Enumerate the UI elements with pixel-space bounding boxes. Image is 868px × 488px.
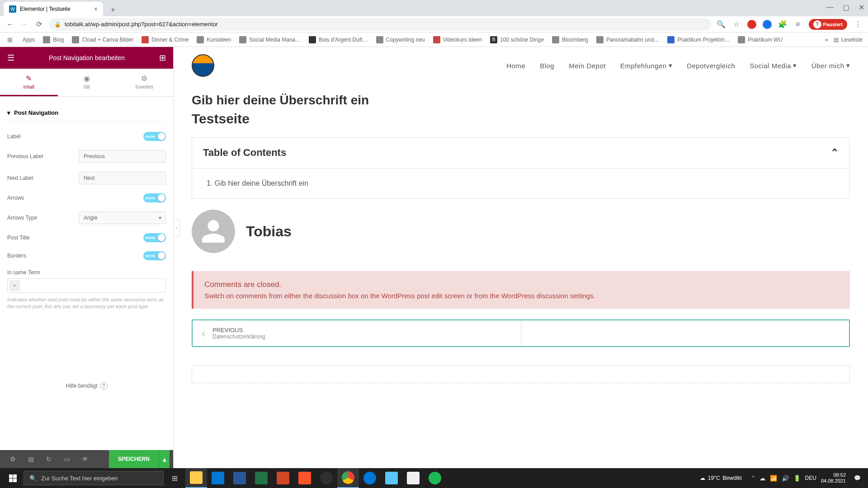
weather-widget[interactable]: ☁ 19°C Bewölkt: [700, 475, 742, 481]
navigator-icon[interactable]: ▤: [22, 450, 40, 468]
same-term-input[interactable]: +: [7, 278, 166, 293]
bookmark-item[interactable]: Praktikum WU: [738, 36, 783, 43]
tray-chevron-up-icon[interactable]: ˄: [752, 475, 755, 482]
new-tab-button[interactable]: +: [107, 4, 119, 16]
heading-widget[interactable]: Gib hier deine Überschrift ein: [192, 93, 850, 108]
start-button[interactable]: [2, 468, 24, 488]
extension-icon[interactable]: [763, 20, 772, 29]
apps-grid-icon[interactable]: ⊞: [5, 35, 14, 44]
nav-item-social[interactable]: Social Media ▾: [750, 61, 797, 70]
borders-toggle[interactable]: SHOW: [143, 251, 166, 260]
post-title-toggle[interactable]: SHOW: [143, 233, 166, 242]
nav-item-home[interactable]: Home: [506, 61, 525, 70]
tab-advanced[interactable]: ⚙ Erweitert: [115, 69, 173, 96]
bookmark-item[interactable]: Bois d'Argent Duft…: [309, 36, 368, 43]
empty-section-placeholder[interactable]: [192, 365, 850, 383]
previous-label-input[interactable]: [79, 150, 166, 163]
volume-icon[interactable]: 🔊: [782, 475, 789, 482]
taskbar-app-edge[interactable]: [359, 468, 381, 488]
bookmark-item[interactable]: Kursideen: [197, 36, 231, 43]
save-options-button[interactable]: ▴: [159, 450, 170, 468]
nav-item-depotvergleich[interactable]: Depotvergleich: [687, 61, 735, 70]
close-window-icon[interactable]: ✕: [859, 3, 864, 12]
next-label-input[interactable]: [79, 172, 166, 184]
tab-content[interactable]: ✎ Inhalt: [0, 69, 58, 96]
browser-tab[interactable]: W Elementor | Testseite ×: [4, 2, 103, 16]
bookmark-item[interactable]: Cload + Canva Bilder: [72, 36, 133, 43]
forward-icon[interactable]: →: [20, 20, 29, 29]
reload-icon[interactable]: ⟳: [34, 20, 43, 29]
save-button[interactable]: SPEICHERN: [109, 450, 159, 468]
taskbar-app-mail[interactable]: [207, 468, 229, 488]
profile-badge[interactable]: T Pausiert: [809, 19, 847, 30]
minimize-icon[interactable]: —: [826, 3, 834, 11]
extension-icon[interactable]: [747, 20, 756, 29]
back-icon[interactable]: ←: [5, 20, 14, 29]
preview-icon[interactable]: 👁: [76, 450, 94, 468]
bookmark-item[interactable]: B100 schöne Dinge: [490, 36, 544, 43]
taskbar-app-explorer[interactable]: [185, 468, 207, 488]
post-nav-previous[interactable]: ‹ PREVIOUS Datenschutzerklärung: [193, 320, 521, 346]
history-icon[interactable]: ↻: [40, 450, 58, 468]
star-icon[interactable]: ☆: [732, 20, 741, 29]
taskbar-app-notepad[interactable]: [381, 468, 402, 488]
bookmark-item[interactable]: Panoramabahn und…: [596, 36, 659, 43]
widgets-grid-icon[interactable]: ⊞: [159, 53, 166, 63]
chevron-up-icon[interactable]: ⌃: [830, 147, 839, 159]
reading-list-button[interactable]: ▤Leseliste: [834, 37, 863, 43]
toc-header[interactable]: Table of Contents ⌃: [192, 138, 849, 168]
taskbar-app-spotify[interactable]: [424, 468, 446, 488]
task-view-button[interactable]: ⊞: [164, 468, 185, 488]
help-link[interactable]: Hilfe benötigt ?: [0, 375, 173, 397]
taskbar-app-chrome[interactable]: [337, 468, 359, 488]
notifications-icon[interactable]: 💬: [850, 475, 864, 481]
bookmark-item[interactable]: Blog: [43, 36, 64, 43]
wifi-icon[interactable]: 📶: [770, 475, 777, 482]
responsive-icon[interactable]: ▭: [58, 450, 76, 468]
arrows-type-select[interactable]: Angle: [79, 211, 166, 224]
nav-item-depot[interactable]: Mein Depot: [569, 61, 606, 70]
bookmark-item[interactable]: Bloomberg: [552, 36, 588, 43]
toc-item[interactable]: 1. Gib hier deine Überschrift ein: [207, 179, 835, 188]
author-box-widget[interactable]: Tobias: [192, 210, 850, 253]
battery-icon[interactable]: 🔋: [793, 475, 801, 482]
hamburger-icon[interactable]: ☰: [7, 53, 14, 63]
bookmark-item[interactable]: Praktikum Projektm…: [667, 36, 730, 43]
add-term-button[interactable]: +: [9, 281, 19, 291]
maximize-icon[interactable]: ▢: [843, 3, 849, 12]
bookmark-item[interactable]: Videokurs Ideen: [433, 36, 482, 43]
taskbar-app-word[interactable]: [229, 468, 250, 488]
clock[interactable]: 08:52 04.08.2021: [821, 472, 846, 484]
arrows-toggle[interactable]: SHOW: [143, 193, 166, 202]
collapse-sidebar-handle[interactable]: ‹: [174, 219, 180, 237]
close-icon[interactable]: ×: [94, 5, 98, 13]
bookmark-item[interactable]: Copywriting neu: [376, 36, 425, 43]
page-title[interactable]: Testseite: [192, 111, 850, 127]
site-logo[interactable]: [192, 54, 214, 77]
bookmarks-overflow-icon[interactable]: »: [825, 37, 828, 43]
zoom-icon[interactable]: 🔍: [717, 20, 726, 29]
toc-widget[interactable]: Table of Contents ⌃ 1. Gib hier deine Üb…: [192, 137, 850, 199]
language-indicator[interactable]: DEU: [805, 475, 816, 481]
post-navigation-widget[interactable]: ‹ PREVIOUS Datenschutzerklärung: [192, 319, 850, 347]
nav-item-blog[interactable]: Blog: [540, 61, 554, 70]
taskbar-app-brave[interactable]: [294, 468, 316, 488]
list-icon[interactable]: ≡: [793, 20, 802, 29]
tab-style[interactable]: ◉ Stil: [58, 69, 116, 96]
taskbar-app-excel[interactable]: [250, 468, 272, 488]
taskbar-app-powerpoint[interactable]: [272, 468, 294, 488]
bookmark-item[interactable]: Apps: [23, 37, 35, 43]
bookmark-item[interactable]: Dinner & Crime: [142, 36, 189, 43]
taskbar-app-obs[interactable]: [316, 468, 337, 488]
extensions-icon[interactable]: 🧩: [778, 20, 787, 29]
nav-item-empfehlungen[interactable]: Empfehlungen ▾: [620, 61, 672, 70]
settings-icon[interactable]: ⚙: [4, 450, 22, 468]
label-toggle[interactable]: SHOW: [143, 132, 166, 141]
post-nav-next[interactable]: [521, 320, 849, 346]
taskbar-app-notes[interactable]: [402, 468, 424, 488]
bookmark-item[interactable]: Social Media Mana…: [239, 36, 301, 43]
taskbar-search[interactable]: 🔍 Zur Suche Text hier eingeben: [24, 471, 164, 485]
section-toggle[interactable]: ▾ Post Navigation: [7, 104, 166, 122]
address-bar[interactable]: 🔒 tobitalk.at/wp-admin/post.php?post=627…: [49, 18, 711, 31]
menu-icon[interactable]: ⋮: [854, 20, 863, 29]
